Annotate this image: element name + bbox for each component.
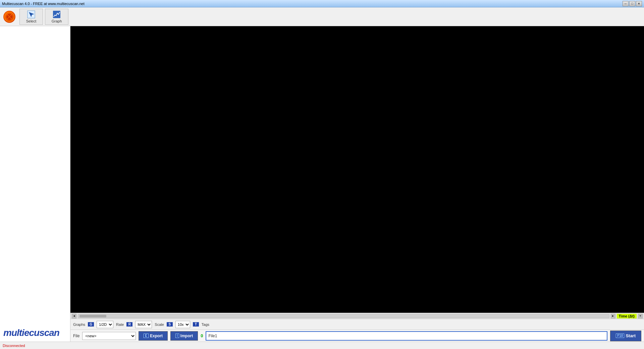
title-bar-controls: ─ □ ✕ [623,1,642,6]
select-icon [27,10,35,18]
graphs-label: Graphs [73,322,85,327]
left-panel-bottom: multiecuscan [0,324,70,342]
graphs-badge[interactable]: G [88,322,94,327]
export-key-badge: E [144,334,149,338]
select-button[interactable]: Select [19,9,43,25]
main-content: multiecuscan ◄ ► Time (Δt) ▼ Graphs G [0,26,644,342]
status-text: Disconnected [3,344,25,348]
title-bar: Multiecuscan 4.0 - FREE at www.multiecus… [0,0,644,7]
scrollbar-area: ◄ ► Time (Δt) ▼ [70,313,644,319]
start-label: Start [626,333,636,338]
scrollbar-thumb[interactable] [79,315,106,317]
file-name-input[interactable] [206,331,607,341]
import-button[interactable]: I Import [170,331,198,341]
rate-select[interactable]: MAX 1x 2x 5x [135,321,152,328]
file-bar: File <new> E Export I Import 0 F10 Start [70,330,644,342]
scroll-left-arrow[interactable]: ◄ [72,314,76,318]
left-panel: multiecuscan [0,26,70,342]
scroll-right-arrow[interactable]: ► [611,314,615,318]
scrollbar-track[interactable] [78,314,609,318]
left-panel-content [0,26,70,324]
right-area: ◄ ► Time (Δt) ▼ Graphs G 1/2D 2/2D 1/3D … [70,26,644,342]
close-button[interactable]: ✕ [636,1,642,6]
tags-label: Tags [202,322,209,327]
window-title: Multiecuscan 4.0 - FREE at www.multiecus… [2,2,85,6]
time-label-area: Time (Δt) ▼ [617,314,643,318]
status-bar: Disconnected [0,342,644,349]
scale-badge[interactable]: S [167,322,173,327]
rate-badge[interactable]: R [126,322,132,327]
graph-button[interactable]: Graph [45,9,68,25]
file-select[interactable]: <new> [82,332,136,340]
brand-name: multiecuscan [3,328,59,338]
graph-icon [53,10,61,18]
graphs-select[interactable]: 1/2D 2/2D 1/3D [97,321,113,328]
restore-button[interactable]: □ [629,1,635,6]
start-key-badge: F10 [616,334,624,338]
toolbar: Select Graph [0,7,644,26]
title-bar-title: Multiecuscan 4.0 - FREE at www.multiecus… [2,2,85,6]
app-logo [3,10,16,23]
file-label: File [73,334,79,338]
import-key-badge: I [175,334,179,338]
select-label: Select [26,19,37,23]
import-label: Import [180,334,193,338]
tags-badge[interactable]: T [193,322,199,327]
start-button[interactable]: F10 Start [610,331,641,341]
scale-select[interactable]: 10x 1x 5x 20x [175,321,190,328]
time-arrow[interactable]: ▼ [638,314,643,318]
counter-display: 0 [201,333,203,338]
export-label: Export [150,334,163,338]
export-button[interactable]: E Export [139,331,168,341]
brand-logo: multiecuscan [3,328,59,338]
app-logo-circle [3,11,15,23]
rate-label: Rate [116,322,124,327]
time-delta-label: Time (Δt) [617,314,637,318]
scale-label: Scale [155,322,164,327]
graph-canvas [70,26,644,313]
controls-bar: Graphs G 1/2D 2/2D 1/3D Rate R MAX 1x 2x… [70,319,644,330]
minimize-button[interactable]: ─ [623,1,629,6]
graph-label: Graph [52,19,62,23]
